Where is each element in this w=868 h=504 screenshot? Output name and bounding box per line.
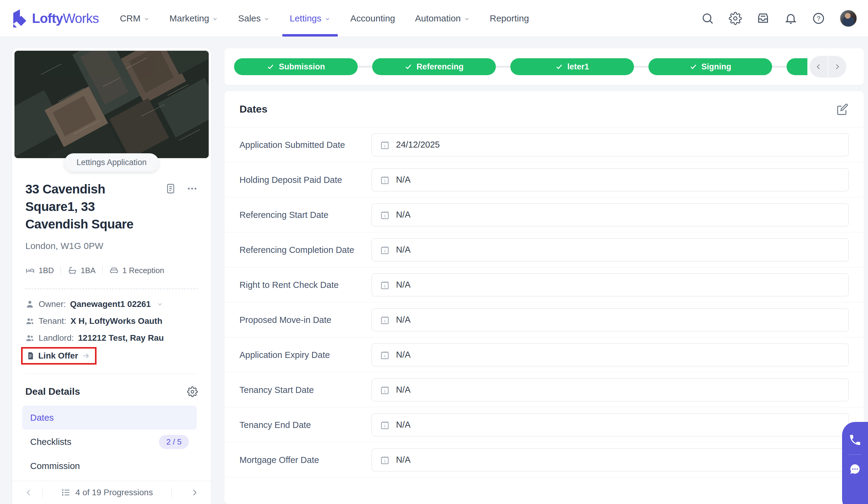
link-offer-button-annotated[interactable]: Link Offer	[21, 347, 96, 365]
nav-accounting[interactable]: Accounting	[350, 0, 395, 37]
tenant-row: Tenant: X H, LoftyWorks Oauth	[25, 316, 198, 326]
step-label: Referencing	[416, 62, 464, 71]
chevron-down-icon	[324, 16, 331, 22]
date-field-label: Referencing Completion Date	[239, 245, 354, 255]
nav-marketing-label: Marketing	[169, 13, 209, 23]
deal-item-dates[interactable]: Dates	[22, 406, 197, 430]
deal-settings-gear-icon[interactable]	[187, 386, 198, 397]
date-picker-input[interactable]: 1 N/A	[372, 239, 849, 261]
date-value: N/A	[396, 455, 411, 465]
deal-details-title: Deal Details	[25, 386, 80, 397]
sofa-icon	[109, 265, 119, 275]
tenant-value[interactable]: X H, LoftyWorks Oauth	[71, 316, 162, 326]
bed-icon	[25, 265, 35, 275]
chevron-right-icon[interactable]	[190, 488, 199, 497]
bath-icon	[68, 265, 77, 275]
date-field-label: Referencing Start Date	[239, 210, 329, 220]
deal-item-checklists[interactable]: Checklists 2 / 5	[22, 430, 197, 454]
deal-item-commission[interactable]: Commission	[22, 454, 197, 478]
more-options-icon[interactable]	[186, 183, 198, 194]
dashed-divider	[25, 289, 198, 289]
nav-marketing[interactable]: Marketing	[169, 0, 218, 37]
svg-text:1: 1	[384, 459, 386, 463]
aerial-city-photo	[14, 51, 209, 158]
edit-pencil-icon[interactable]	[835, 103, 849, 116]
step-partial[interactable]	[787, 58, 807, 75]
check-icon	[690, 63, 697, 71]
svg-text:1: 1	[384, 284, 386, 288]
step-referencing[interactable]: Referencing	[372, 58, 496, 75]
svg-text:1: 1	[384, 424, 386, 428]
arrow-right-icon	[82, 352, 90, 360]
date-picker-input[interactable]: 1 N/A	[372, 343, 849, 366]
landlord-row: Landlord: 121212 Test, Ray Rau	[25, 333, 198, 343]
brand-logo[interactable]: LoftyWorks	[11, 9, 99, 28]
link-offer-label: Link Offer	[38, 351, 78, 361]
notes-document-icon[interactable]	[165, 183, 176, 194]
date-picker-input[interactable]: 1 N/A	[372, 379, 849, 401]
search-icon[interactable]	[701, 12, 714, 25]
deal-sections-list: Dates Checklists 2 / 5 Commission Deposi…	[22, 406, 197, 492]
receptions-count: 1 Reception	[122, 266, 164, 275]
date-picker-input[interactable]: 1 N/A	[372, 273, 849, 296]
steps-scroll-right-button[interactable]	[828, 56, 846, 78]
chevron-down-icon[interactable]	[156, 301, 164, 308]
landlord-value[interactable]: 121212 Test, Ray Rau	[78, 333, 164, 343]
feature-bathrooms: 1BA	[68, 265, 96, 275]
inbox-tray-icon[interactable]	[756, 12, 770, 25]
nav-reporting[interactable]: Reporting	[490, 0, 529, 37]
date-field-label: Mortgage Offer Date	[239, 455, 319, 465]
phone-icon[interactable]	[848, 433, 862, 447]
nav-lettings[interactable]: Lettings	[290, 0, 330, 37]
date-value: N/A	[396, 245, 411, 255]
list-icon[interactable]	[61, 488, 71, 497]
step-submission[interactable]: Submission	[234, 58, 358, 75]
users-icon	[25, 333, 34, 343]
calendar-icon: 1	[380, 350, 390, 360]
date-row-tenancy-start: Tenancy Start Date 1 N/A	[224, 372, 864, 407]
svg-text:1: 1	[384, 389, 386, 393]
date-picker-input[interactable]: 1 N/A	[372, 413, 849, 436]
steps-scroll-left-button[interactable]	[809, 56, 828, 78]
date-field-label: Proposed Move-in Date	[239, 315, 331, 325]
property-sidebar-card: Lettings Application 33 Cavendish Square…	[12, 48, 211, 504]
date-picker-input[interactable]: 1 N/A	[372, 203, 849, 226]
step-leter1[interactable]: leter1	[510, 58, 634, 75]
date-value: 24/12/2025	[396, 140, 440, 150]
main-nav: CRM Marketing Sales Lettings Accounting …	[120, 0, 529, 37]
chevron-left-icon[interactable]	[24, 488, 33, 497]
date-row-referencing-completion: Referencing Completion Date 1 N/A	[224, 232, 864, 268]
floating-contact-widget	[842, 422, 868, 504]
date-field-label: Tenancy End Date	[239, 420, 311, 430]
date-picker-input[interactable]: 1 N/A	[372, 169, 849, 191]
chat-bubble-icon[interactable]	[848, 463, 862, 476]
date-value: N/A	[396, 280, 411, 290]
date-field-label: Tenancy Start Date	[239, 385, 314, 395]
date-value: N/A	[396, 315, 411, 325]
nav-crm[interactable]: CRM	[120, 0, 149, 37]
date-value: N/A	[396, 210, 411, 220]
property-title: 33 Cavendish Square1, 33 Cavendish Squar…	[25, 181, 152, 233]
date-value: N/A	[396, 350, 411, 360]
progression-steps-card: Submission Referencing leter1 Signing	[224, 48, 864, 85]
owner-value[interactable]: Qanewagent1 02261	[70, 299, 151, 309]
date-field-label: Holding Deposit Paid Date	[239, 175, 342, 185]
chevron-down-icon	[212, 16, 218, 22]
deal-item-label: Dates	[30, 413, 54, 423]
calendar-icon: 1	[380, 245, 390, 255]
date-picker-input[interactable]: 1 N/A	[372, 448, 849, 471]
nav-automation[interactable]: Automation	[415, 0, 470, 37]
notifications-bell-icon[interactable]	[784, 12, 797, 25]
deal-type-badge: Lettings Application	[64, 153, 159, 172]
settings-gear-icon[interactable]	[728, 12, 742, 25]
header-actions: ?	[701, 10, 857, 27]
nav-sales[interactable]: Sales	[238, 0, 270, 37]
step-signing[interactable]: Signing	[649, 58, 772, 75]
tenant-label: Tenant:	[39, 316, 66, 326]
help-icon[interactable]: ?	[812, 12, 825, 25]
date-picker-input[interactable]: 1 24/12/2025	[372, 133, 849, 156]
calendar-icon: 1	[380, 175, 390, 185]
user-avatar[interactable]	[840, 10, 857, 27]
date-picker-input[interactable]: 1 N/A	[372, 309, 849, 331]
checklists-progress-badge: 2 / 5	[159, 435, 189, 449]
